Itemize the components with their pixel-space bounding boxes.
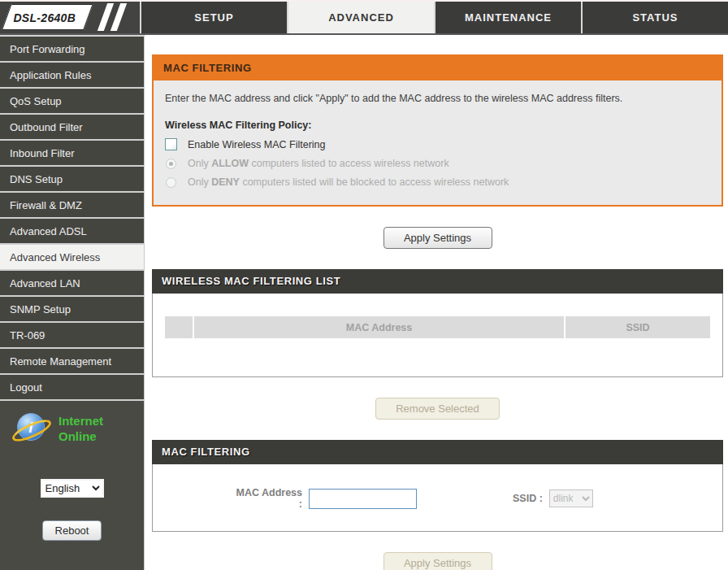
main-layout: Port ForwardingApplication RulesQoS Setu… — [0, 33, 728, 570]
remove-selected-button[interactable]: Remove Selected — [375, 398, 500, 420]
panel-title: WIRELESS MAC FILTERING LIST — [152, 269, 723, 294]
add-mac-filter-panel: MAC FILTERING MAC Address : SSID : dlink — [152, 440, 723, 532]
logo-stripe-icon — [110, 3, 127, 31]
language-select[interactable]: English — [41, 479, 104, 498]
table-header-row: MAC Address SSID — [165, 316, 710, 338]
enable-mac-filtering-label: Enable Wireless MAC Filtering — [188, 139, 326, 150]
internet-status-line2: Online — [58, 429, 103, 444]
sidebar-item-logout[interactable]: Logout — [0, 375, 144, 401]
language-row: English — [0, 479, 144, 498]
deny-option-label: Only DENY computers listed will be block… — [188, 176, 509, 188]
policy-heading: Wireless MAC Filtering Policy: — [165, 120, 712, 131]
bottom-apply-settings-button[interactable]: Apply Settings — [384, 552, 492, 570]
enable-mac-filtering-row: Enable Wireless MAC Filtering — [165, 138, 712, 150]
sidebar-item-outbound-filter[interactable]: Outbound Filter — [0, 115, 144, 141]
apply-settings-button[interactable]: Apply Settings — [384, 227, 492, 249]
sidebar-item-qos-setup[interactable]: QoS Setup — [0, 89, 144, 115]
sidebar-item-tr-069[interactable]: TR-069 — [0, 323, 144, 349]
router-admin-page: DSL-2640B SETUPADVANCEDMAINTENANCESTATUS… — [0, 0, 728, 570]
sidebar-item-application-rules[interactable]: Application Rules — [0, 63, 144, 89]
internet-status-text: Internet Online — [58, 413, 103, 444]
sidebar-item-firewall-dmz[interactable]: Firewall & DMZ — [0, 193, 144, 219]
allow-radio — [166, 159, 176, 169]
allow-option-label: Only ALLOW computers listed to access wi… — [188, 158, 449, 169]
sidebar-menu: Port ForwardingApplication RulesQoS Setu… — [0, 35, 144, 401]
sidebar-item-inbound-filter[interactable]: Inbound Filter — [0, 141, 144, 167]
mac-filtering-description: Enter the MAC address and click "Apply" … — [165, 93, 712, 104]
tab-maintenance[interactable]: MAINTENANCE — [436, 2, 581, 33]
reboot-button[interactable]: Reboot — [42, 520, 102, 541]
panel-title: MAC FILTERING — [152, 440, 723, 464]
sidebar-item-advanced-lan[interactable]: Advanced LAN — [0, 271, 144, 297]
bottom-apply-settings-row: Apply Settings — [152, 552, 723, 570]
deny-radio — [166, 177, 176, 188]
tab-setup[interactable]: SETUP — [141, 2, 287, 33]
ssid-select: dlink — [549, 490, 593, 507]
reboot-row: Reboot — [0, 520, 144, 541]
tab-advanced[interactable]: ADVANCED — [288, 2, 434, 33]
nav-tabs: SETUPADVANCEDMAINTENANCESTATUS — [141, 2, 728, 33]
mac-address-column-header: MAC Address — [194, 316, 564, 338]
apply-settings-row: Apply Settings — [152, 227, 723, 249]
add-filter-form-row: MAC Address : SSID : dlink — [153, 487, 722, 510]
sidebar-item-dns-setup[interactable]: DNS Setup — [0, 167, 144, 193]
brand-logo-area: DSL-2640B — [0, 2, 140, 33]
internet-globe-icon: i — [13, 411, 50, 446]
content-area: MAC FILTERING Enter the MAC address and … — [145, 35, 728, 570]
mac-address-input[interactable] — [309, 489, 417, 509]
allow-option-row: Only ALLOW computers listed to access wi… — [166, 158, 712, 169]
enable-mac-filtering-checkbox[interactable] — [165, 138, 177, 150]
top-navigation-bar: DSL-2640B SETUPADVANCEDMAINTENANCESTATUS — [0, 2, 728, 33]
select-column-header — [165, 316, 193, 338]
tab-status[interactable]: STATUS — [583, 2, 728, 33]
sidebar: Port ForwardingApplication RulesQoS Setu… — [0, 35, 145, 570]
wireless-mac-filtering-list-panel: WIRELESS MAC FILTERING LIST MAC Address … — [152, 269, 723, 377]
deny-option-row: Only DENY computers listed will be block… — [166, 176, 712, 188]
mac-address-label: MAC Address : — [231, 487, 302, 510]
sidebar-item-port-forwarding[interactable]: Port Forwarding — [0, 37, 144, 63]
model-name: DSL-2640B — [13, 5, 76, 31]
sidebar-item-snmp-setup[interactable]: SNMP Setup — [0, 297, 144, 323]
sidebar-item-advanced-adsl[interactable]: Advanced ADSL — [0, 219, 144, 245]
remove-selected-row: Remove Selected — [152, 398, 723, 420]
model-logo: DSL-2640B — [2, 4, 93, 30]
sidebar-item-advanced-wireless[interactable]: Advanced Wireless — [0, 245, 144, 271]
mac-filtering-policy-panel: MAC FILTERING Enter the MAC address and … — [152, 54, 723, 207]
internet-status-line1: Internet — [58, 413, 103, 429]
ssid-label: SSID : — [513, 493, 543, 504]
mac-filtering-table: MAC Address SSID — [163, 315, 712, 340]
ssid-column-header: SSID — [566, 316, 710, 338]
sidebar-item-remote-management[interactable]: Remote Management — [0, 349, 144, 375]
internet-status: i Internet Online — [0, 411, 144, 446]
panel-title: MAC FILTERING — [154, 56, 722, 80]
